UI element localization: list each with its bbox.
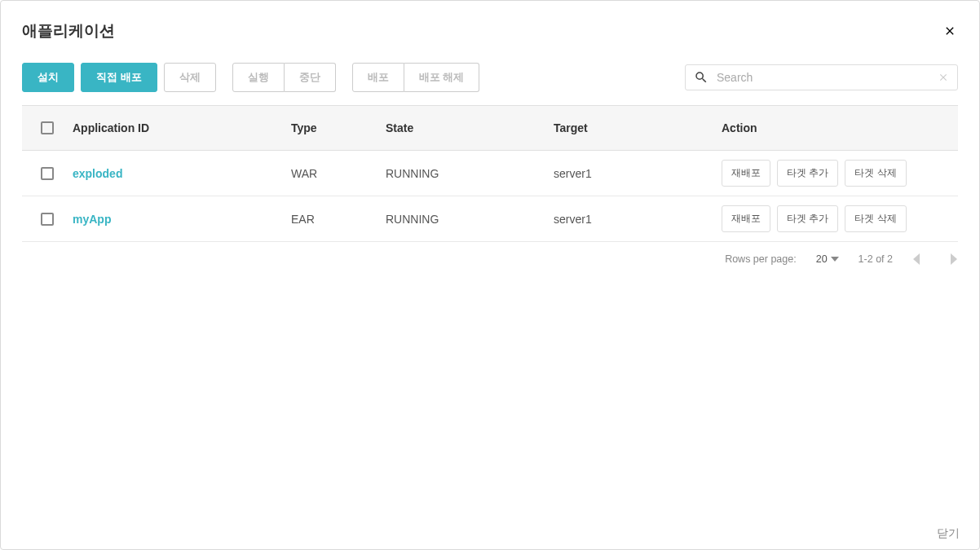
add-target-button[interactable]: 타겟 추가 xyxy=(777,160,838,187)
delete-button[interactable]: 삭제 xyxy=(164,63,216,92)
prev-page-icon[interactable] xyxy=(912,253,920,265)
pagination-range: 1-2 of 2 xyxy=(859,253,893,265)
cell-target: server1 xyxy=(554,213,722,226)
app-id-link[interactable]: myApp xyxy=(73,213,111,226)
deploy-button[interactable]: 배포 xyxy=(352,63,404,92)
cell-target: server1 xyxy=(554,167,722,180)
rows-per-page-selector[interactable]: 20 xyxy=(816,253,839,265)
application-table: Application ID Type State Target Action … xyxy=(1,105,979,242)
cell-type: WAR xyxy=(291,167,386,180)
deploy-undeploy-group: 배포 배포 해제 xyxy=(352,63,480,92)
cell-state: RUNNING xyxy=(386,167,554,180)
close-icon[interactable] xyxy=(942,23,958,39)
row-checkbox[interactable] xyxy=(41,213,54,226)
modal-header: 애플리케이션 xyxy=(1,1,979,50)
chevron-down-icon xyxy=(831,257,839,262)
select-all-checkbox[interactable] xyxy=(41,121,54,134)
redeploy-button[interactable]: 재배포 xyxy=(722,205,770,232)
add-target-button[interactable]: 타겟 추가 xyxy=(777,205,838,232)
table-row: myApp EAR RUNNING server1 재배포 타겟 추가 타겟 삭… xyxy=(22,196,958,242)
search-input[interactable] xyxy=(717,71,938,84)
delete-target-button[interactable]: 타겟 삭제 xyxy=(845,160,906,187)
action-buttons: 재배포 타겟 추가 타겟 삭제 xyxy=(722,205,958,232)
cell-state: RUNNING xyxy=(386,213,554,226)
toolbar: 설치 직접 배포 삭제 실행 중단 배포 배포 해제 xyxy=(1,50,979,105)
rows-per-page-label: Rows per page: xyxy=(725,253,797,265)
app-id-link[interactable]: exploded xyxy=(73,167,122,180)
table-row: exploded WAR RUNNING server1 재배포 타겟 추가 타… xyxy=(22,151,958,196)
table-header-row: Application ID Type State Target Action xyxy=(22,105,958,151)
header-target: Target xyxy=(554,121,722,134)
next-page-icon[interactable] xyxy=(950,253,958,265)
modal-title: 애플리케이션 xyxy=(22,20,115,42)
direct-deploy-button[interactable]: 직접 배포 xyxy=(81,63,157,92)
pagination: Rows per page: 20 1-2 of 2 xyxy=(1,242,979,265)
delete-target-button[interactable]: 타겟 삭제 xyxy=(845,205,906,232)
run-button[interactable]: 실행 xyxy=(232,63,285,92)
application-modal: 애플리케이션 설치 직접 배포 삭제 실행 중단 배포 배포 해제 Applic… xyxy=(0,0,980,550)
search-box[interactable] xyxy=(685,64,958,90)
action-buttons: 재배포 타겟 추가 타겟 삭제 xyxy=(722,160,958,187)
header-app-id: Application ID xyxy=(73,121,291,134)
row-checkbox[interactable] xyxy=(41,167,54,180)
header-state: State xyxy=(386,121,554,134)
clear-search-icon[interactable] xyxy=(938,72,949,83)
redeploy-button[interactable]: 재배포 xyxy=(722,160,770,187)
page-nav xyxy=(912,253,958,265)
rows-per-page-value: 20 xyxy=(816,253,828,265)
undeploy-button[interactable]: 배포 해제 xyxy=(404,63,480,92)
stop-button[interactable]: 중단 xyxy=(285,63,336,92)
header-action: Action xyxy=(722,121,958,134)
search-icon xyxy=(694,70,709,85)
header-type: Type xyxy=(291,121,386,134)
install-button[interactable]: 설치 xyxy=(22,63,74,92)
close-button[interactable]: 닫기 xyxy=(917,518,979,549)
cell-type: EAR xyxy=(291,213,386,226)
run-stop-group: 실행 중단 xyxy=(232,63,336,92)
